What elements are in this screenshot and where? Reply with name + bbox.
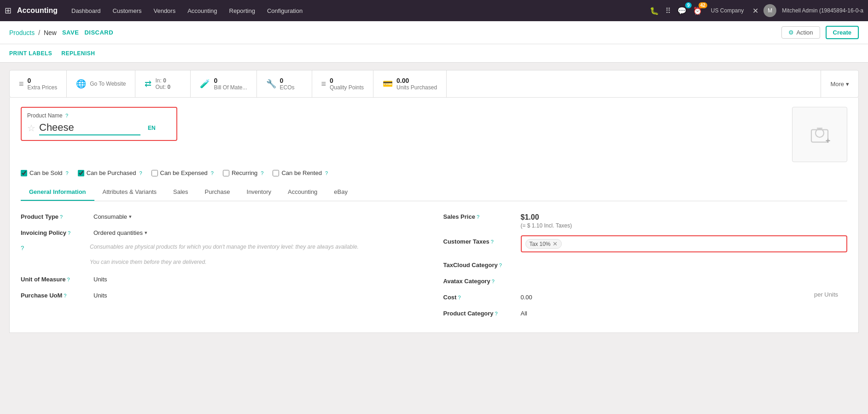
card-icon: 💳 xyxy=(383,79,393,89)
stat-ecos-text: 0 ECOs xyxy=(280,77,295,91)
save-button[interactable]: SAVE xyxy=(62,29,79,36)
quality-num: 0 xyxy=(330,77,364,84)
replenish-link[interactable]: REPLENISH xyxy=(61,50,95,57)
stat-purchased[interactable]: 💳 0.00 Units Purchased xyxy=(373,70,447,97)
bug-icon[interactable]: 🐛 xyxy=(648,5,660,17)
product-category-help[interactable]: ? xyxy=(495,311,498,316)
nav-customers[interactable]: Customers xyxy=(108,6,146,16)
chat-badge: 9 xyxy=(685,2,692,8)
product-type-value[interactable]: Consumable ▾ xyxy=(93,210,425,220)
taxcloud-help[interactable]: ? xyxy=(499,262,502,268)
stat-bom[interactable]: 🧪 0 Bill Of Mate... xyxy=(191,70,256,97)
can-be-sold-checkbox[interactable]: Can be Sold ? xyxy=(21,169,69,176)
hint1-help-link[interactable]: ? xyxy=(21,243,90,251)
breadcrumb-separator: / xyxy=(38,29,40,36)
tab-accounting[interactable]: Accounting xyxy=(280,184,326,201)
create-button[interactable]: Create xyxy=(826,26,859,39)
product-name-input[interactable] xyxy=(39,121,140,135)
stat-more-button[interactable]: More ▾ xyxy=(821,70,858,97)
product-type-label: Product Type ? xyxy=(21,210,90,220)
bom-label: Bill Of Mate... xyxy=(214,84,247,91)
extra-prices-num: 0 xyxy=(28,77,58,84)
print-labels-link[interactable]: PRINT LABELS xyxy=(9,50,52,57)
uom-help[interactable]: ? xyxy=(67,277,70,282)
nav-vendors[interactable]: Vendors xyxy=(149,6,180,16)
nav-accounting[interactable]: Accounting xyxy=(183,6,221,16)
sales-price-help[interactable]: ? xyxy=(477,214,479,220)
settings-icon[interactable]: ✕ xyxy=(751,5,760,17)
user-name[interactable]: Mitchell Admin (19845894-16-0-a xyxy=(782,7,863,14)
can-be-expensed-input[interactable] xyxy=(151,170,158,176)
can-be-sold-input[interactable] xyxy=(21,170,27,176)
customer-taxes-help[interactable]: ? xyxy=(491,239,494,245)
can-be-sold-help[interactable]: ? xyxy=(66,170,69,176)
stat-quality[interactable]: ≡ 0 Quality Points xyxy=(312,70,374,97)
product-name-help[interactable]: ? xyxy=(65,113,68,118)
form-left-section: Product Type ? Consumable ▾ Invoicing Po… xyxy=(21,210,425,323)
purchase-uom-help[interactable]: ? xyxy=(64,293,66,298)
breadcrumb-bar: Products / New SAVE DISCARD ⚙ Action Cre… xyxy=(0,21,868,44)
taxcloud-label: TaxCloud Category ? xyxy=(443,259,517,268)
stat-website-text: Go To Website xyxy=(90,81,126,87)
cost-help[interactable]: ? xyxy=(458,295,460,300)
uom-row: Unit of Measure ? Units xyxy=(21,273,425,283)
out-label: Out: xyxy=(155,84,167,90)
favorite-star-icon[interactable]: ☆ xyxy=(27,122,35,134)
avatax-value[interactable] xyxy=(521,275,848,278)
stat-go-to-website[interactable]: 🌐 Go To Website xyxy=(67,70,135,97)
taxcloud-value[interactable] xyxy=(521,259,848,262)
tab-sales[interactable]: Sales xyxy=(165,184,197,201)
nav-dashboard[interactable]: Dashboard xyxy=(67,6,105,16)
recurring-help[interactable]: ? xyxy=(261,170,263,176)
can-be-expensed-checkbox[interactable]: Can be Expensed ? xyxy=(151,169,214,176)
cost-value[interactable]: 0.00 xyxy=(521,291,810,301)
tab-ebay[interactable]: eBay xyxy=(326,184,356,201)
can-be-purchased-input[interactable] xyxy=(78,170,84,176)
chat-badge-wrap[interactable]: 💬 9 xyxy=(676,5,688,17)
nav-configuration[interactable]: Configuration xyxy=(262,6,307,16)
nav-reporting[interactable]: Reporting xyxy=(225,6,260,16)
recurring-checkbox[interactable]: Recurring ? xyxy=(223,169,263,176)
tab-general-information[interactable]: General Information xyxy=(21,184,94,201)
can-be-rented-help[interactable]: ? xyxy=(325,170,328,176)
discard-button[interactable]: DISCARD xyxy=(84,29,113,36)
tax-badge-remove-icon[interactable]: ✕ xyxy=(553,240,558,247)
sales-price-value[interactable]: $1.00 (= $ 1.10 Incl. Taxes) xyxy=(521,210,848,229)
stat-extra-prices[interactable]: ≡ 0 Extra Prices xyxy=(10,70,67,97)
can-be-rented-input[interactable] xyxy=(273,170,279,176)
can-be-expensed-help[interactable]: ? xyxy=(211,170,214,176)
can-be-sold-label: Can be Sold xyxy=(29,169,63,176)
app-name: Accounting xyxy=(17,6,58,15)
globe-icon: 🌐 xyxy=(76,79,86,89)
invoicing-policy-help[interactable]: ? xyxy=(68,230,70,236)
user-avatar[interactable]: M xyxy=(763,4,776,17)
product-category-value[interactable]: All xyxy=(521,307,848,317)
tab-attributes-variants[interactable]: Attributes & Variants xyxy=(94,184,165,201)
tax-10-badge[interactable]: Tax 10% ✕ xyxy=(525,239,562,249)
avatax-help[interactable]: ? xyxy=(492,279,495,284)
can-be-rented-checkbox[interactable]: Can be Rented ? xyxy=(273,169,328,176)
breadcrumb-root[interactable]: Products xyxy=(9,29,35,36)
can-be-purchased-checkbox[interactable]: Can be Purchased ? xyxy=(78,169,142,176)
tab-purchase[interactable]: Purchase xyxy=(197,184,239,201)
notif-badge-wrap[interactable]: ⏰ 42 xyxy=(692,5,704,17)
stat-in-out[interactable]: ⇄ In: 0 Out: 0 xyxy=(135,70,191,97)
customer-taxes-wrap: Customer Taxes ? Tax 10% ✕ xyxy=(443,235,848,252)
app-grid-icon[interactable]: ⊞ xyxy=(5,6,12,16)
lang-badge[interactable]: EN xyxy=(148,125,156,131)
product-type-row: Product Type ? Consumable ▾ xyxy=(21,210,425,220)
action-button[interactable]: ⚙ Action xyxy=(781,26,820,39)
stat-extra-prices-text: 0 Extra Prices xyxy=(28,77,58,91)
uom-value[interactable]: Units xyxy=(93,273,425,283)
purchase-uom-value[interactable]: Units xyxy=(93,289,425,299)
stat-ecos[interactable]: 🔧 0 ECOs xyxy=(257,70,312,97)
tab-inventory[interactable]: Inventory xyxy=(239,184,280,201)
can-be-purchased-help[interactable]: ? xyxy=(139,170,142,176)
product-image-upload[interactable] xyxy=(792,107,847,162)
taxcloud-row: TaxCloud Category ? xyxy=(443,259,848,268)
grid-apps-icon[interactable]: ⠿ xyxy=(664,5,672,17)
recurring-input[interactable] xyxy=(223,170,229,176)
customer-taxes-field[interactable]: Tax 10% ✕ xyxy=(521,235,848,252)
invoicing-policy-value[interactable]: Ordered quantities ▾ xyxy=(93,227,425,236)
product-type-help[interactable]: ? xyxy=(60,214,63,220)
